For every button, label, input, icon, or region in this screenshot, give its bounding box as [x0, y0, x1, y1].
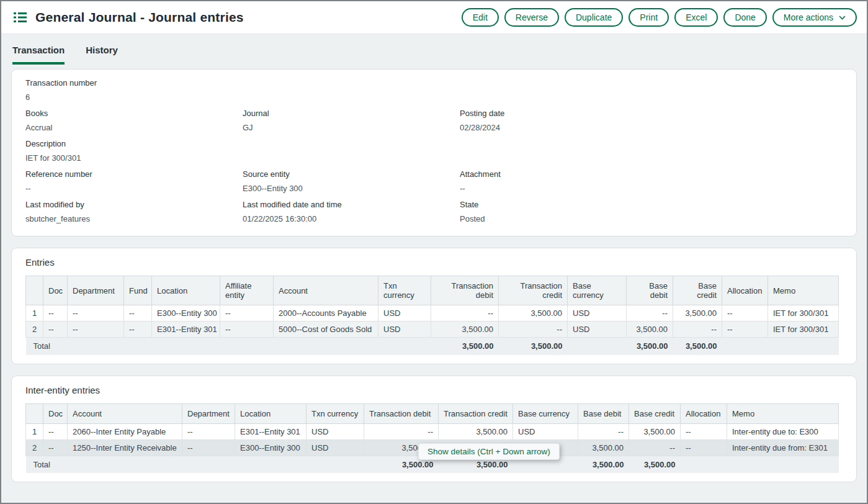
table-cell: 3,500.00 [627, 322, 673, 338]
field-label: Reference number [25, 169, 243, 179]
total-empty-cell [306, 456, 364, 473]
button-label: Excel [686, 12, 707, 22]
entries-title: Entries [25, 257, 843, 268]
table-cell: USD [568, 305, 627, 322]
table-cell: -- [43, 322, 68, 338]
table-cell: -- [681, 439, 727, 456]
print-button[interactable]: Print [629, 8, 669, 27]
column-header: Base credit [629, 403, 681, 423]
column-header [26, 403, 43, 423]
detail-field: StatePosted [460, 200, 843, 223]
excel-button[interactable]: Excel [674, 8, 718, 27]
total-empty-cell [68, 456, 182, 473]
column-header: Memo [727, 403, 839, 423]
table-row[interactable]: 2------E301--Entity 301--5000--Cost of G… [26, 322, 839, 338]
transaction-details-panel: Transaction number6BooksAccrualJournalGJ… [11, 69, 857, 236]
table-cell: 1 [26, 423, 43, 439]
detail-field: JournalGJ [243, 109, 460, 132]
column-header: Doc [43, 403, 68, 423]
detail-field: Reference number-- [25, 169, 243, 193]
table-row[interactable]: 1------E300--Entity 300--2000--Accounts … [26, 305, 839, 322]
inter-entity-table: DocAccountDepartmentLocationTxn currency… [25, 403, 839, 474]
table-cell: -- [68, 305, 124, 322]
detail-field: Attachment-- [460, 169, 843, 193]
column-header: Transaction credit [439, 403, 513, 423]
total-value: 3,500.00 [431, 338, 499, 355]
field-label: Source entity [243, 169, 460, 179]
edit-button[interactable]: Edit [462, 8, 499, 27]
show-details-tooltip: Show details (Ctrl + Down arrow) [418, 443, 560, 460]
inter-entity-panel: Inter-entity entries DocAccountDepartmen… [11, 376, 857, 483]
column-header: Transaction debit [431, 276, 499, 305]
button-label: Print [640, 12, 658, 22]
total-empty-cell [152, 338, 220, 355]
table-cell: -- [431, 305, 499, 322]
table-cell: -- [43, 439, 68, 456]
table-cell: -- [629, 439, 681, 456]
button-label: More actions [784, 12, 833, 22]
journal-list-icon[interactable] [14, 12, 27, 23]
inter-entity-title: Inter-entity entries [25, 385, 843, 395]
duplicate-button[interactable]: Duplicate [565, 8, 623, 27]
field-value: IET for 300/301 [25, 153, 243, 163]
total-empty-cell [722, 338, 768, 355]
table-cell: USD [306, 423, 364, 439]
field-value: GJ [243, 123, 460, 132]
table-cell: -- [673, 322, 722, 338]
table-cell: 3,500.00 [439, 423, 513, 439]
field-value: 02/28/2024 [460, 123, 843, 132]
tab-bar: TransactionHistory [1, 34, 867, 65]
table-total-row: Total3,500.003,500.003,500.003,500.00 [26, 338, 839, 355]
table-cell: -- [578, 423, 629, 439]
table-cell: -- [68, 322, 124, 338]
table-cell: USD [306, 439, 364, 456]
detail-field: Source entityE300--Entity 300 [243, 169, 460, 193]
detail-row: Last modified bysbutcher_featuresLast mo… [25, 200, 843, 223]
detail-row: BooksAccrualJournalGJPosting date02/28/2… [25, 109, 843, 132]
tab-transaction[interactable]: Transaction [12, 45, 65, 65]
column-header: Base currency [568, 276, 627, 305]
total-empty-cell [235, 456, 306, 473]
reverse-button[interactable]: Reverse [504, 8, 559, 27]
column-header: Account [274, 276, 378, 305]
button-label: Edit [473, 12, 488, 22]
detail-field: Posting date02/28/2024 [460, 109, 843, 132]
total-empty-cell [124, 338, 152, 355]
table-cell: -- [627, 305, 673, 322]
done-button[interactable]: Done [723, 8, 766, 27]
table-cell: 1 [26, 305, 43, 322]
column-header: Allocation [722, 276, 768, 305]
total-value: 3,500.00 [627, 338, 673, 355]
table-cell: 2 [26, 439, 43, 456]
column-header: Location [235, 403, 306, 423]
button-label: Duplicate [576, 12, 612, 22]
table-cell: -- [722, 322, 768, 338]
column-header: Affiliate entity [220, 276, 274, 305]
top-bar: General Journal - Journal entries EditRe… [1, 1, 867, 34]
field-value: sbutcher_features [25, 214, 243, 223]
column-header: Allocation [681, 403, 727, 423]
field-value: Accrual [25, 123, 243, 132]
table-cell: E301--Entity 301 [152, 322, 220, 338]
table-cell: USD [378, 305, 431, 322]
details-grid: Transaction number6BooksAccrualJournalGJ… [25, 78, 843, 223]
total-empty-cell [182, 456, 235, 473]
table-cell: -- [182, 423, 235, 439]
table-row[interactable]: 1--2060--Inter Entity Payable--E301--Ent… [26, 423, 839, 439]
field-label: Journal [243, 109, 460, 118]
column-header: Txn currency [378, 276, 431, 305]
table-cell: Inter-entity due from: E301 [727, 439, 839, 456]
table-cell: -- [43, 305, 68, 322]
total-empty-cell [727, 456, 839, 473]
column-header: Account [68, 403, 182, 423]
column-header: Memo [768, 276, 839, 305]
more-actions-button[interactable]: More actions [772, 8, 857, 27]
total-value: 3,500.00 [499, 338, 568, 355]
table-header-row: DocAccountDepartmentLocationTxn currency… [26, 403, 839, 423]
table-cell: -- [124, 305, 152, 322]
table-cell: -- [182, 439, 235, 456]
field-label: Books [25, 109, 243, 118]
column-header: Transaction debit [364, 403, 439, 423]
tab-history[interactable]: History [86, 45, 118, 65]
table-header-row: DocDepartmentFundLocationAffiliate entit… [26, 276, 839, 305]
